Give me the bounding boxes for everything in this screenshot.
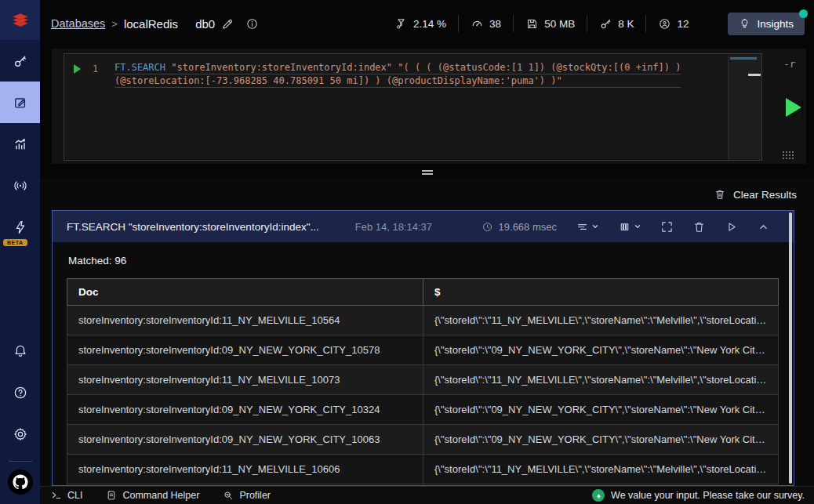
redis-logo-icon — [10, 10, 31, 31]
editor-minimap[interactable] — [728, 55, 761, 159]
terminal-icon — [51, 490, 62, 501]
top-bar: Databases > localRedis db0 2.14 % — [40, 0, 814, 47]
lightbulb-icon — [739, 18, 750, 30]
db-index-label: db0 — [195, 17, 215, 31]
settings-gear-icon — [13, 426, 28, 442]
command-helper-button[interactable]: Command Helper — [106, 490, 199, 501]
line-number: 1 — [93, 63, 98, 74]
table-row[interactable]: storeInventory:storeInventoryId:09_NY_NE… — [67, 425, 779, 455]
keys-icon — [599, 17, 612, 31]
document-icon — [106, 490, 117, 501]
value-cell: {\"storeId\":\"09_NY_NEW_YORK_CITY\",\"s… — [423, 395, 779, 425]
table-row[interactable]: storeInventory:storeInventoryId:09_NY_NE… — [67, 395, 779, 425]
editor-resize-handle[interactable] — [783, 151, 795, 161]
sidebar-item-github[interactable] — [8, 470, 33, 495]
chevron-down-icon — [591, 223, 599, 230]
clock-icon — [481, 221, 493, 233]
profiler-label: Profiler — [239, 490, 271, 501]
table-row[interactable]: storeInventory:storeInventoryId:11_NY_ME… — [67, 365, 779, 395]
results-panel: Clear Results FT.SEARCH "storeInventory:… — [40, 179, 814, 486]
run-line-icon[interactable] — [74, 64, 81, 74]
editor-gutter: 1 — [64, 62, 114, 76]
panel-splitter[interactable] — [52, 172, 806, 175]
query-editor[interactable]: 1 FT.SEARCH "storeInventory:storeInvento… — [64, 53, 762, 161]
survey-icon — [592, 489, 605, 502]
insights-notification-dot — [799, 9, 808, 18]
code-lines: FT.SEARCH "storeInventory:storeInventory… — [114, 61, 681, 88]
trash-icon — [692, 220, 706, 234]
stat-divider — [587, 15, 587, 32]
sidebar-item-analytics[interactable] — [0, 123, 40, 165]
pubsub-icon — [13, 178, 28, 194]
command-helper-label: Command Helper — [122, 490, 199, 501]
delete-result-button[interactable] — [692, 220, 706, 234]
github-icon — [13, 474, 28, 490]
group-results-button[interactable] — [618, 220, 641, 234]
redisinsight-app: BETA — [0, 0, 814, 504]
cli-label: CLI — [67, 490, 82, 501]
sidebar-item-workbench[interactable] — [0, 82, 40, 123]
code-line[interactable]: (@storeLocation:[-73.968285 40.785091 50… — [114, 74, 681, 88]
stat-divider — [458, 15, 459, 32]
clear-results-icon — [714, 188, 726, 201]
fullscreen-icon — [660, 220, 674, 234]
cpu-icon — [394, 17, 408, 31]
value-cell: {\"storeId\":\"09_NY_NEW_YORK_CITY\",\"s… — [423, 335, 779, 365]
insights-button[interactable]: Insights — [728, 13, 805, 35]
doc-cell: storeInventory:storeInventoryId:11_NY_ME… — [67, 306, 423, 335]
chevron-down-icon — [634, 223, 641, 230]
profiler-button[interactable]: Profiler — [223, 490, 271, 501]
results-table: Doc $ storeInventory:storeInventoryId:11… — [67, 278, 779, 484]
query-card-title: FT.SEARCH "storeInventory:storeInventory… — [67, 221, 319, 233]
query-duration: 19.668 msec — [481, 221, 557, 233]
edit-db-alias-button[interactable] — [221, 17, 234, 31]
table-row[interactable]: storeInventory:storeInventoryId:09_NY_NE… — [67, 335, 779, 365]
db-info-button[interactable] — [245, 17, 259, 31]
survey-link[interactable]: We value your input. Please take our sur… — [592, 489, 805, 502]
run-query-button[interactable] — [786, 98, 803, 117]
workbench-editor-panel: 1 FT.SEARCH "storeInventory:storeInvento… — [52, 49, 806, 164]
bottom-bar: CLI Command Helper Profiler We value you… — [40, 486, 814, 504]
commands-per-sec-icon — [471, 17, 484, 31]
breadcrumb-db-name: localRedis — [124, 17, 178, 31]
column-header-doc[interactable]: Doc — [67, 279, 423, 306]
table-row[interactable]: storeInventory:storeInventoryId:11_NY_ME… — [67, 455, 779, 484]
sidebar-item-settings[interactable] — [0, 413, 40, 455]
cli-button[interactable]: CLI — [51, 490, 82, 501]
breadcrumb-databases-link[interactable]: Databases — [51, 17, 105, 30]
db-stats: 2.14 % 38 50 MB 8 K — [394, 15, 689, 32]
stat-divider — [513, 15, 514, 32]
profiler-icon — [223, 490, 234, 501]
rerun-query-button[interactable] — [725, 220, 738, 234]
query-timestamp: Feb 14, 18:14:37 — [355, 221, 432, 233]
sidebar-divider — [9, 461, 32, 462]
minimap-code-line — [730, 57, 757, 60]
results-scrollbar[interactable] — [789, 212, 792, 484]
stat-cpu: 2.14 % — [394, 17, 446, 31]
minimap-slider[interactable] — [748, 74, 761, 76]
stat-storage-value: 50 MB — [544, 18, 575, 30]
collapse-result-button[interactable] — [757, 220, 770, 234]
column-header-value[interactable]: $ — [423, 279, 779, 306]
columns-icon — [618, 220, 631, 234]
insights-label: Insights — [757, 18, 794, 30]
redis-logo[interactable] — [0, 0, 40, 40]
sidebar-item-browser[interactable] — [0, 40, 40, 82]
fullscreen-button[interactable] — [660, 220, 674, 234]
sidebar-item-help[interactable] — [0, 372, 40, 413]
table-row[interactable]: storeInventory:storeInventoryId:11_NY_ME… — [67, 306, 779, 335]
stat-keys: 8 K — [599, 17, 634, 31]
breadcrumb-separator: > — [111, 18, 118, 30]
beta-badge: BETA — [3, 239, 27, 246]
code-line[interactable]: FT.SEARCH "storeInventory:storeInventory… — [114, 61, 681, 74]
sidebar-item-triggers-functions[interactable]: BETA — [0, 206, 40, 248]
clear-results-button[interactable]: Clear Results — [714, 188, 797, 201]
sidebar-item-notifications[interactable] — [0, 330, 40, 372]
results-toolbar: Clear Results — [40, 179, 814, 210]
raw-mode-icon — [576, 220, 589, 234]
sidebar-item-pubsub[interactable] — [0, 165, 40, 206]
value-cell: {\"storeId\":\"09_NY_NEW_YORK_CITY\",\"s… — [423, 425, 779, 455]
view-mode-button[interactable] — [576, 220, 599, 234]
query-card-header[interactable]: FT.SEARCH "storeInventory:storeInventory… — [53, 211, 794, 242]
doc-cell: storeInventory:storeInventoryId:11_NY_ME… — [67, 365, 423, 395]
